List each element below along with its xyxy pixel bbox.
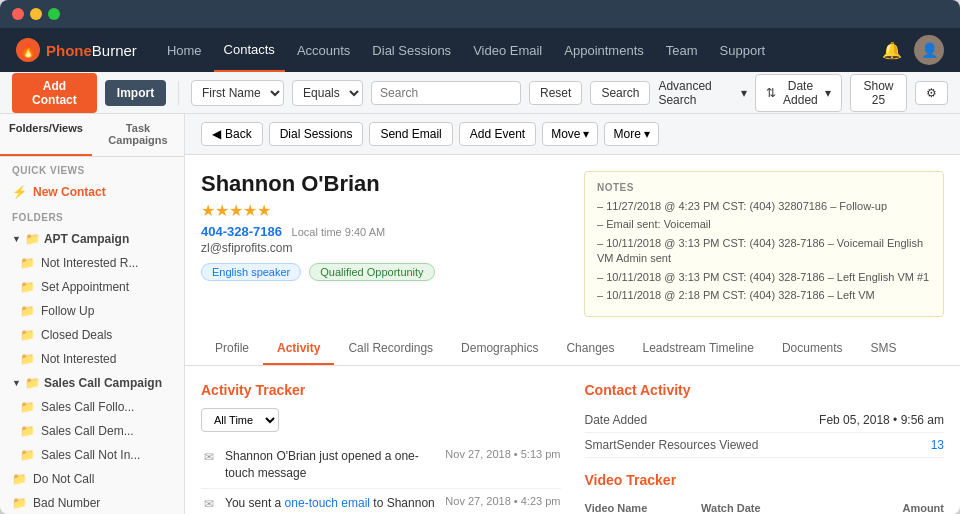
video-tracker: Video Tracker Video Name Watch Date Amou…: [585, 472, 945, 514]
nav-dial-sessions[interactable]: Dial Sessions: [362, 28, 461, 72]
sidebar-item-do-not-call[interactable]: 📁 Do Not Call: [0, 467, 184, 491]
titlebar: [0, 0, 960, 28]
folder-icon: 📁: [25, 232, 40, 246]
smart-sender-row: SmartSender Resources Viewed 13: [585, 433, 945, 458]
tab-activity[interactable]: Activity: [263, 333, 334, 365]
contact-left: Shannon O'Brian ★★★★★ 404-328-7186 Local…: [201, 171, 568, 317]
tab-changes[interactable]: Changes: [552, 333, 628, 365]
send-email-button[interactable]: Send Email: [369, 122, 452, 146]
import-button[interactable]: Import: [105, 80, 166, 106]
new-contact-item[interactable]: ⚡ New Contact: [0, 180, 184, 204]
nav-video-email[interactable]: Video Email: [463, 28, 552, 72]
nav-team[interactable]: Team: [656, 28, 708, 72]
folder-icon: 📁: [20, 280, 35, 294]
folders-section-label: Folders: [0, 204, 184, 227]
folder-icon: 📁: [20, 448, 35, 462]
apt-campaign-folder[interactable]: ▼ 📁 APT Campaign: [0, 227, 184, 251]
close-button[interactable]: [12, 8, 24, 20]
content-wrapper: ◀ Back Dial Sessions Send Email Add Even…: [185, 114, 960, 514]
folder-icon: 📁: [25, 376, 40, 390]
nav-accounts[interactable]: Accounts: [287, 28, 360, 72]
maximize-button[interactable]: [48, 8, 60, 20]
video-tracker-title: Video Tracker: [585, 472, 945, 488]
tab-call-recordings[interactable]: Call Recordings: [334, 333, 447, 365]
first-name-select[interactable]: First Name: [191, 80, 284, 106]
toolbar: Add Contact Import First Name Equals Res…: [0, 72, 960, 114]
nav-support[interactable]: Support: [710, 28, 776, 72]
add-contact-button[interactable]: Add Contact: [12, 73, 97, 113]
folder-icon: 📁: [20, 328, 35, 342]
folder-icon: 📁: [12, 472, 27, 486]
tab-profile[interactable]: Profile: [201, 333, 263, 365]
sidebar-item-not-interested[interactable]: 📁 Not Interested: [0, 347, 184, 371]
contact-email[interactable]: zl@sfiprofits.com: [201, 241, 568, 255]
contact-phone[interactable]: 404-328-7186 Local time 9:40 AM: [201, 224, 568, 239]
video-col-date: Watch Date: [701, 502, 847, 514]
nav-contacts[interactable]: Contacts: [214, 28, 285, 72]
sidebar-item-sales-dem[interactable]: 📁 Sales Call Dem...: [0, 419, 184, 443]
advanced-search-link[interactable]: Advanced Search ▾: [658, 79, 746, 107]
move-button[interactable]: Move ▾: [542, 122, 598, 146]
sidebar-item-follow-up[interactable]: 📁 Follow Up: [0, 299, 184, 323]
tag-english-speaker[interactable]: English speaker: [201, 263, 301, 281]
search-button[interactable]: Search: [590, 81, 650, 105]
settings-button[interactable]: ⚙: [915, 81, 948, 105]
contact-stars[interactable]: ★★★★★: [201, 201, 568, 220]
notes-title: NOTES: [597, 182, 931, 193]
quick-views-section-label: Quick Views: [0, 157, 184, 180]
content: Shannon O'Brian ★★★★★ 404-328-7186 Local…: [185, 155, 960, 514]
sidebar-item-bad-number[interactable]: 📁 Bad Number: [0, 491, 184, 514]
activity-time-filter[interactable]: All Time: [201, 408, 279, 432]
tab-folders-views[interactable]: Folders/Views: [0, 114, 92, 156]
nav-items: Home Contacts Accounts Dial Sessions Vid…: [157, 28, 882, 72]
nav-appointments[interactable]: Appointments: [554, 28, 654, 72]
smart-sender-value[interactable]: 13: [931, 438, 944, 452]
notification-bell-icon[interactable]: 🔔: [882, 41, 902, 60]
show-25-button[interactable]: Show 25: [850, 74, 907, 112]
sidebar-item-not-interested-r[interactable]: 📁 Not Interested R...: [0, 251, 184, 275]
sales-call-campaign-folder[interactable]: ▼ 📁 Sales Call Campaign: [0, 371, 184, 395]
add-event-button[interactable]: Add Event: [459, 122, 536, 146]
gear-icon: ⚙: [926, 86, 937, 100]
sidebar-tabs: Folders/Views Task Campaigns: [0, 114, 184, 157]
video-col-name: Video Name: [585, 502, 702, 514]
sidebar-item-closed-deals[interactable]: 📁 Closed Deals: [0, 323, 184, 347]
date-added-sort-button[interactable]: ⇅ Date Added ▾: [755, 74, 842, 112]
chevron-down-icon: ▾: [741, 86, 747, 100]
video-table-header: Video Name Watch Date Amount: [585, 498, 945, 514]
tab-sms[interactable]: SMS: [857, 333, 911, 365]
activity-tracker: Activity Tracker All Time ✉ Shannon O'Br…: [201, 382, 561, 514]
reset-button[interactable]: Reset: [529, 81, 582, 105]
dial-sessions-button[interactable]: Dial Sessions: [269, 122, 364, 146]
more-button[interactable]: More ▾: [604, 122, 658, 146]
activity-text-0: Shannon O'Brian just opened a one-touch …: [225, 448, 437, 482]
equals-select[interactable]: Equals: [292, 80, 363, 106]
sidebar-item-sales-not-in[interactable]: 📁 Sales Call Not In...: [0, 443, 184, 467]
toolbar-right: ⇅ Date Added ▾ Show 25 ⚙: [755, 74, 948, 112]
activity-item-1: ✉ You sent a one-touch email to Shannon …: [201, 489, 561, 514]
apt-campaign-group: 📁 Not Interested R... 📁 Set Appointment …: [0, 251, 184, 371]
tab-leadstream-timeline[interactable]: Leadstream Timeline: [629, 333, 768, 365]
contact-body: Shannon O'Brian ★★★★★ 404-328-7186 Local…: [185, 155, 960, 333]
search-input[interactable]: [371, 81, 521, 105]
chevron-down-icon: ▼: [12, 378, 21, 388]
tab-demographics[interactable]: Demographics: [447, 333, 552, 365]
note-line-1: – 11/27/2018 @ 4:23 PM CST: (404) 328071…: [597, 199, 931, 214]
lightning-icon: ⚡: [12, 185, 27, 199]
back-button[interactable]: ◀ Back: [201, 122, 263, 146]
avatar[interactable]: 👤: [914, 35, 944, 65]
activity-tracker-title: Activity Tracker: [201, 382, 561, 398]
sidebar-item-set-appointment[interactable]: 📁 Set Appointment: [0, 275, 184, 299]
tab-documents[interactable]: Documents: [768, 333, 857, 365]
note-line-5: – 10/11/2018 @ 2:18 PM CST: (404) 328-71…: [597, 288, 931, 303]
notes-box: NOTES – 11/27/2018 @ 4:23 PM CST: (404) …: [584, 171, 944, 317]
sidebar-item-sales-follo[interactable]: 📁 Sales Call Follo...: [0, 395, 184, 419]
tab-task-campaigns[interactable]: Task Campaigns: [92, 114, 184, 156]
tag-qualified-opportunity[interactable]: Qualified Opportunity: [309, 263, 434, 281]
email-sent-icon: ✉: [201, 496, 217, 512]
date-added-row: Date Added Feb 05, 2018 • 9:56 am: [585, 408, 945, 433]
one-touch-email-link[interactable]: one-touch email: [285, 496, 370, 510]
nav-home[interactable]: Home: [157, 28, 212, 72]
minimize-button[interactable]: [30, 8, 42, 20]
video-col-amount: Amount: [847, 502, 944, 514]
